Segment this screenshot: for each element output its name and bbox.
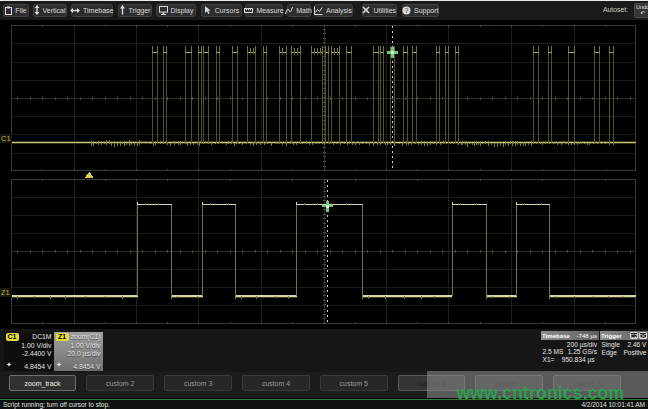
svg-text:C1: C1	[1, 134, 11, 143]
svg-text:Z1: Z1	[1, 288, 10, 297]
svg-text:?: ?	[405, 7, 409, 14]
